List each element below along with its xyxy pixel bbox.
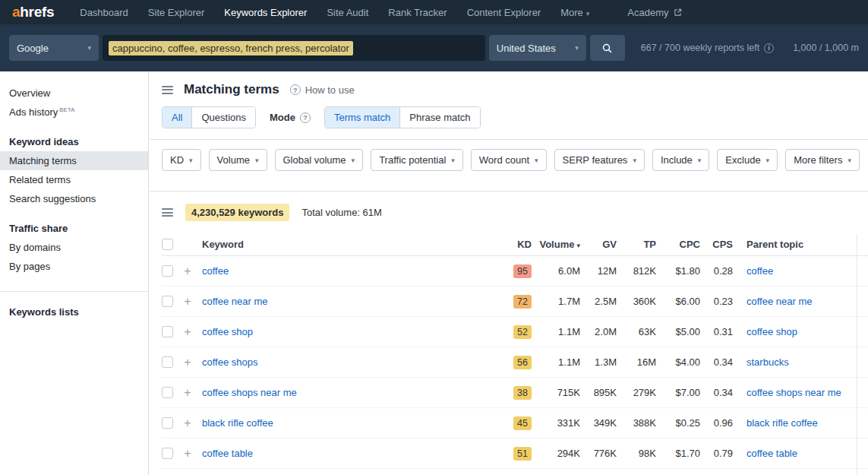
filter-include[interactable]: Include▾: [652, 149, 709, 171]
info-icon[interactable]: i: [764, 43, 774, 53]
ahrefs-logo[interactable]: ahrefs: [12, 4, 54, 21]
sidebar-item-related-terms[interactable]: Related terms: [0, 170, 148, 189]
filter-more-filters[interactable]: More filters▾: [785, 149, 860, 171]
chevron-down-icon: ▾: [352, 157, 355, 164]
filter-serp-features[interactable]: SERP features▾: [554, 149, 645, 171]
gv-value: 776K: [580, 448, 617, 459]
sidebar-item-matching-terms[interactable]: Matching terms: [0, 151, 148, 170]
search-icon: [601, 43, 613, 54]
keyword-link[interactable]: coffee shop: [202, 326, 253, 337]
ads-history-label: Ads history: [9, 106, 58, 118]
parent-topic-link[interactable]: coffee: [746, 265, 773, 277]
academy-link[interactable]: Academy: [627, 7, 681, 18]
keyword-link[interactable]: black rifle coffee: [202, 417, 273, 429]
filter-word-count[interactable]: Word count▾: [471, 149, 547, 171]
row-checkbox[interactable]: [162, 356, 173, 368]
col-kd[interactable]: KD: [498, 239, 532, 250]
nav-item-content-explorer[interactable]: Content Explorer: [467, 7, 541, 18]
question-icon: ?: [290, 84, 301, 95]
tab-all[interactable]: All: [163, 107, 191, 128]
col-volume[interactable]: Volume▾: [532, 239, 580, 250]
row-checkbox[interactable]: [162, 265, 173, 277]
sidebar-item-search-suggestions[interactable]: Search suggestions: [0, 189, 148, 208]
row-checkbox[interactable]: [162, 387, 173, 398]
add-to-list-icon[interactable]: +: [182, 326, 193, 338]
keyword-link[interactable]: coffee table: [202, 448, 253, 459]
nav-item-site-explorer[interactable]: Site Explorer: [148, 7, 204, 18]
keyword-link[interactable]: coffee: [202, 265, 229, 277]
table-row: + coffee shop 52 1.1M 2.0M 63K $5.00 0.3…: [162, 317, 868, 347]
nav-item-more[interactable]: More▾: [560, 7, 589, 18]
chevron-down-icon: ▾: [451, 157, 455, 164]
nav-item-keywords-explorer[interactable]: Keywords Explorer: [224, 7, 307, 18]
nav-item-dashboard[interactable]: Dashboard: [80, 7, 128, 18]
filter-traffic-potential[interactable]: Traffic potential▾: [371, 149, 463, 171]
tp-value: 16M: [617, 356, 656, 368]
mode-help-icon[interactable]: ?: [300, 112, 311, 123]
filter-global-volume[interactable]: Global volume▾: [275, 149, 364, 171]
parent-topic-link[interactable]: coffee near me: [746, 296, 812, 307]
keyword-link[interactable]: coffee shops near me: [202, 387, 297, 398]
add-to-list-icon[interactable]: +: [182, 296, 193, 308]
keywords-input[interactable]: cappuccino, coffee, espresso, french pre…: [103, 35, 485, 61]
chevron-down-icon: ▾: [255, 157, 259, 164]
country-select[interactable]: United States ▾: [489, 35, 586, 61]
gv-value: 1.3M: [580, 356, 617, 368]
cpc-value: $1.70: [656, 448, 700, 459]
col-tp[interactable]: TP: [617, 239, 656, 250]
tab-questions[interactable]: Questions: [191, 107, 255, 128]
add-to-list-icon[interactable]: +: [182, 356, 193, 369]
add-to-list-icon[interactable]: +: [182, 265, 193, 277]
add-to-list-icon[interactable]: +: [182, 417, 193, 429]
sidebar-toggle-icon[interactable]: [162, 86, 173, 94]
kd-badge: 72: [513, 295, 532, 309]
sidebar-item-by-pages[interactable]: By pages: [0, 257, 148, 276]
nav-item-rank-tracker[interactable]: Rank Tracker: [388, 7, 447, 18]
sidebar-item-overview[interactable]: Overview: [0, 84, 148, 103]
gv-value: 2.5M: [580, 296, 617, 307]
tab-phrase-match[interactable]: Phrase match: [399, 107, 479, 128]
parent-topic-link[interactable]: starbucks: [746, 356, 789, 368]
search-button[interactable]: [590, 35, 625, 61]
match-mode-tabs: Terms match Phrase match: [324, 106, 481, 128]
col-parent-topic[interactable]: Parent topic: [746, 239, 868, 250]
filter-volume[interactable]: Volume▾: [209, 149, 267, 171]
how-to-use-link[interactable]: ? How to use: [290, 84, 355, 96]
keyword-link[interactable]: coffee shops: [202, 356, 257, 368]
credits-left-text: 1,000 / 1,000 m: [793, 43, 859, 53]
parent-topic-link[interactable]: coffee shop: [746, 326, 797, 337]
kd-badge: 56: [513, 356, 532, 369]
row-checkbox[interactable]: [162, 296, 173, 307]
filter-label: Include: [661, 154, 693, 166]
select-all-checkbox[interactable]: [162, 239, 173, 250]
parent-topic-link[interactable]: coffee table: [746, 448, 797, 459]
sidebar-item-ads-history[interactable]: Ads historyBETA: [0, 103, 148, 122]
add-to-list-icon[interactable]: +: [182, 448, 193, 460]
parent-topic-link[interactable]: black rifle coffee: [746, 417, 818, 429]
col-keyword: Keyword: [202, 239, 498, 250]
add-to-list-icon[interactable]: +: [182, 387, 193, 399]
search-engine-select[interactable]: Google ▾: [9, 35, 99, 61]
kd-badge: 45: [513, 416, 532, 430]
keyword-link[interactable]: coffee near me: [202, 296, 267, 307]
filter-exclude[interactable]: Exclude▾: [717, 149, 778, 171]
keywords-input-value: cappuccino, coffee, espresso, french pre…: [109, 41, 353, 55]
chevron-down-icon: ▾: [575, 44, 579, 52]
tab-terms-match[interactable]: Terms match: [325, 107, 399, 128]
total-volume-text: Total volume: 61M: [301, 207, 382, 218]
nav-item-site-audit[interactable]: Site Audit: [327, 7, 368, 18]
list-options-icon[interactable]: [162, 208, 173, 217]
col-cps[interactable]: CPS: [700, 239, 733, 250]
sidebar-item-by-domains[interactable]: By domains: [0, 238, 148, 257]
chevron-down-icon: ▾: [535, 157, 538, 164]
table-header: Keyword KD Volume▾ GV TP CPC CPS Parent …: [162, 233, 868, 256]
filter-kd[interactable]: KD▾: [162, 149, 201, 171]
parent-topic-link[interactable]: coffee shops near me: [746, 387, 841, 398]
row-checkbox[interactable]: [162, 326, 173, 337]
filter-label: Word count: [479, 154, 529, 166]
table-row: + coffee 95 6.0M 12M 812K $1.80 0.28 cof…: [162, 256, 868, 287]
col-gv[interactable]: GV: [580, 239, 617, 250]
row-checkbox[interactable]: [162, 417, 173, 429]
row-checkbox[interactable]: [162, 448, 173, 459]
col-cpc[interactable]: CPC: [656, 239, 700, 250]
